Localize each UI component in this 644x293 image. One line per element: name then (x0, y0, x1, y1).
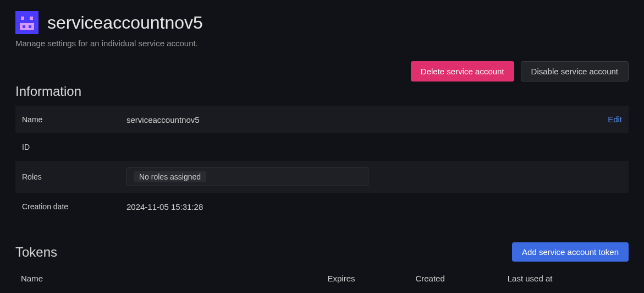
edit-name-link[interactable]: Edit (608, 115, 622, 124)
service-account-avatar (15, 11, 38, 34)
delete-service-account-button[interactable]: Delete service account (411, 61, 514, 82)
page-subtitle: Manage settings for an individual servic… (15, 39, 629, 48)
roles-select[interactable]: No roles assigned (126, 167, 368, 186)
info-row-creation: Creation date 2024-11-05 15:31:28 (15, 193, 629, 220)
tokens-column-name[interactable]: Name (15, 269, 322, 287)
information-table: Name serviceaccountnov5 Edit ID Roles No… (15, 106, 629, 220)
svg-rect-1 (21, 17, 24, 20)
info-row-id: ID (15, 133, 629, 161)
tokens-column-expires[interactable]: Expires (322, 269, 410, 287)
info-label-creation: Creation date (15, 193, 120, 220)
info-label-id: ID (15, 133, 120, 161)
disable-service-account-button[interactable]: Disable service account (521, 61, 629, 82)
svg-rect-4 (23, 25, 25, 28)
info-row-roles: Roles No roles assigned (15, 161, 629, 193)
info-label-name: Name (15, 106, 120, 133)
roles-empty-chip: No roles assigned (134, 171, 206, 182)
svg-rect-5 (29, 25, 31, 28)
tokens-column-lastused[interactable]: Last used at (502, 269, 629, 287)
tokens-column-created[interactable]: Created (410, 269, 502, 287)
information-section-title: Information (15, 84, 629, 99)
robot-pixel-icon (18, 13, 36, 32)
tokens-table: Name Expires Created Last used at (15, 269, 629, 287)
svg-rect-3 (20, 23, 34, 30)
svg-rect-2 (30, 17, 33, 20)
info-value-id (120, 133, 510, 161)
info-value-creation: 2024-11-05 15:31:28 (120, 193, 510, 220)
info-label-roles: Roles (15, 161, 120, 193)
page-title: serviceaccountnov5 (47, 13, 203, 33)
add-service-account-token-button[interactable]: Add service account token (512, 242, 629, 262)
info-value-name: serviceaccountnov5 (120, 106, 510, 133)
info-row-name: Name serviceaccountnov5 Edit (15, 106, 629, 133)
tokens-section-title: Tokens (15, 245, 57, 260)
